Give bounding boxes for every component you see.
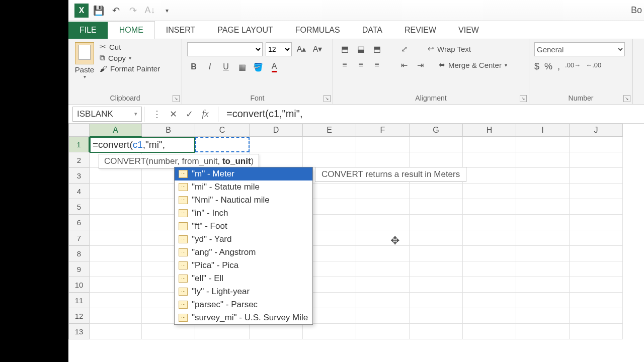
row-header-13[interactable]: 13	[68, 324, 90, 339]
fill-color-button[interactable]: 🪣	[252, 60, 265, 73]
cell-I11[interactable]	[516, 293, 570, 308]
cell-H11[interactable]	[463, 293, 516, 308]
cell-I8[interactable]	[516, 246, 570, 261]
cell-J9[interactable]	[570, 261, 623, 277]
align-right-icon[interactable]: ≡	[370, 58, 383, 71]
cell-A9[interactable]	[90, 261, 142, 277]
autocomplete-option[interactable]: ⋯"ell" - Ell	[175, 272, 312, 285]
font-family-select[interactable]	[187, 42, 263, 56]
cell-I7[interactable]	[516, 230, 570, 246]
tab-formulas[interactable]: FORMULAS	[284, 22, 351, 39]
cell-A7[interactable]	[90, 230, 142, 246]
italic-button[interactable]: I	[203, 60, 216, 73]
col-header-E[interactable]: E	[303, 124, 356, 137]
row-header-8[interactable]: 8	[68, 246, 90, 261]
autocomplete-option[interactable]: ⋯"survey_mi" - U.S. Survey Mile	[175, 311, 312, 324]
tab-file[interactable]: FILE	[68, 22, 108, 39]
autocomplete-option[interactable]: ⋯"in" - Inch	[175, 207, 312, 220]
save-icon[interactable]: 💾	[92, 4, 106, 18]
cell-A4[interactable]	[90, 184, 142, 199]
cell-J11[interactable]	[570, 293, 623, 308]
row-header-4[interactable]: 4	[68, 184, 90, 199]
row-header-7[interactable]: 7	[68, 230, 90, 246]
cell-I4[interactable]	[516, 184, 570, 199]
copy-button[interactable]: ⧉Copy▾	[100, 53, 160, 62]
decrease-font-icon[interactable]: A▾	[311, 42, 324, 55]
format-painter-button[interactable]: 🖌Format Painter	[100, 64, 160, 73]
row-header-2[interactable]: 2	[68, 152, 90, 168]
row-header-9[interactable]: 9	[68, 261, 90, 277]
borders-button[interactable]: ▦	[235, 60, 249, 73]
autocomplete-option[interactable]: ⋯"ang" - Angstrom	[175, 246, 312, 259]
increase-indent-icon[interactable]: ⇥	[414, 58, 427, 71]
cell-A3[interactable]	[90, 168, 142, 184]
cell-D1[interactable]	[250, 137, 303, 152]
col-header-J[interactable]: J	[570, 124, 623, 137]
autocomplete-option[interactable]: ⋯"mi" - Statute mile	[175, 180, 312, 194]
cell-I10[interactable]	[516, 277, 570, 293]
col-header-H[interactable]: H	[463, 124, 516, 137]
autocomplete-option[interactable]: ⋯"yd" - Yard	[175, 233, 312, 246]
cell-G1[interactable]	[410, 137, 463, 152]
cell-I6[interactable]	[516, 215, 570, 230]
cell-J8[interactable]	[570, 246, 623, 261]
cell-F7[interactable]	[356, 230, 410, 246]
cell-J3[interactable]	[570, 168, 623, 184]
tab-insert[interactable]: INSERT	[155, 22, 206, 39]
cell-G12[interactable]	[410, 308, 463, 324]
cell-A1-editing[interactable]: =convert(c1,"mi",	[90, 137, 195, 153]
worksheet-grid[interactable]: ABCDEFGHIJ 12345678910111213 =convert(c1…	[68, 124, 644, 339]
cell-A5[interactable]	[90, 199, 142, 215]
tab-data[interactable]: DATA	[351, 22, 393, 39]
font-color-button[interactable]: A	[268, 60, 281, 73]
cell-F10[interactable]	[356, 277, 410, 293]
row-header-1[interactable]: 1	[68, 137, 90, 152]
cell-F4[interactable]	[356, 184, 410, 199]
cell-F8[interactable]	[356, 246, 410, 261]
col-header-F[interactable]: F	[356, 124, 410, 137]
row-header-10[interactable]: 10	[68, 277, 90, 293]
font-launcher-icon[interactable]: ↘	[324, 95, 331, 102]
tab-page-layout[interactable]: PAGE LAYOUT	[206, 22, 284, 39]
cancel-icon[interactable]: ✕	[167, 108, 180, 121]
cell-A13[interactable]	[90, 324, 142, 339]
decrease-decimal-icon[interactable]: ←.00	[586, 61, 601, 72]
cell-J6[interactable]	[570, 215, 623, 230]
cell-G13[interactable]	[410, 324, 463, 339]
paste-button[interactable]: Paste ▾	[73, 42, 96, 93]
autocomplete-option[interactable]: ⋯"Pica" - Pica	[175, 259, 312, 272]
row-header-12[interactable]: 12	[68, 308, 90, 324]
merge-center-button[interactable]: ⬌Merge & Center▾	[436, 58, 510, 71]
autocomplete-option[interactable]: ⋯"parsec" - Parsec	[175, 298, 312, 311]
cell-B13[interactable]	[142, 324, 195, 339]
autocomplete-option[interactable]: ⋯"ly" - Light-year	[175, 285, 312, 298]
cell-J13[interactable]	[570, 324, 623, 339]
cell-H6[interactable]	[463, 215, 516, 230]
cell-H4[interactable]	[463, 184, 516, 199]
fx-icon[interactable]: fx	[199, 108, 212, 121]
align-middle-icon[interactable]: ⬓	[354, 42, 367, 55]
cell-F5[interactable]	[356, 199, 410, 215]
unit-autocomplete-dropdown[interactable]: ⋯"m" - Meter⋯"mi" - Statute mile⋯"Nmi" -…	[174, 167, 313, 325]
formula-input[interactable]: =convert(c1,"mi",	[220, 108, 644, 120]
row-header-11[interactable]: 11	[68, 293, 90, 308]
cell-H10[interactable]	[463, 277, 516, 293]
cell-J5[interactable]	[570, 199, 623, 215]
autocomplete-option[interactable]: ⋯"m" - Meter	[175, 167, 312, 180]
cell-F12[interactable]	[356, 308, 410, 324]
cell-E1[interactable]	[303, 137, 356, 152]
increase-font-icon[interactable]: A▴	[295, 42, 308, 55]
tab-review[interactable]: REVIEW	[393, 22, 447, 39]
wrap-text-button[interactable]: ↩Wrap Text	[425, 42, 474, 55]
number-format-select[interactable]: General	[534, 42, 625, 56]
cell-I5[interactable]	[516, 199, 570, 215]
autocomplete-option[interactable]: ⋯"Nmi" - Nautical mile	[175, 194, 312, 207]
col-header-B[interactable]: B	[142, 124, 195, 137]
col-header-D[interactable]: D	[250, 124, 303, 137]
comma-icon[interactable]: ,	[557, 61, 560, 72]
cell-E13[interactable]	[303, 324, 356, 339]
cell-H1[interactable]	[463, 137, 516, 152]
enter-icon[interactable]: ✓	[183, 108, 196, 121]
cell-J1[interactable]	[570, 137, 623, 152]
cell-H3[interactable]	[463, 168, 516, 184]
